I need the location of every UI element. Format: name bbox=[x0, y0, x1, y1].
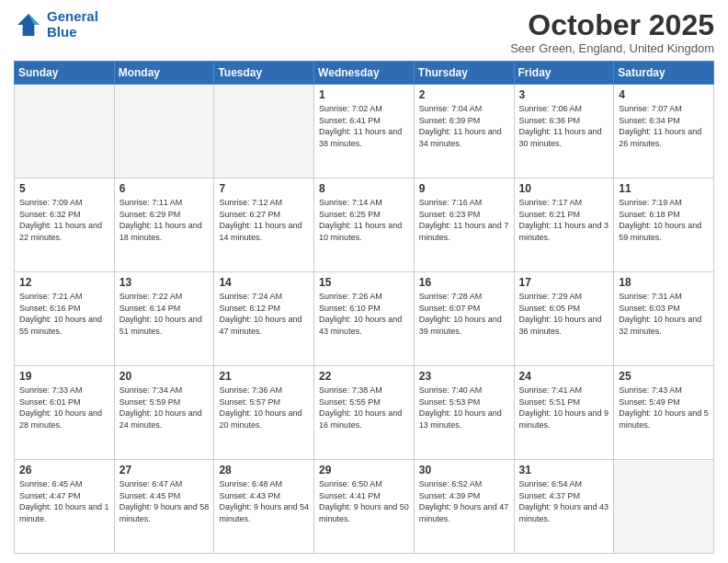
day-number: 9 bbox=[419, 182, 509, 195]
day-number: 23 bbox=[419, 370, 509, 383]
calendar-header-row: SundayMondayTuesdayWednesdayThursdayFrid… bbox=[15, 62, 714, 85]
day-number: 28 bbox=[219, 464, 309, 477]
day-header-friday: Friday bbox=[514, 62, 614, 85]
day-number: 3 bbox=[519, 88, 609, 101]
day-number: 1 bbox=[319, 88, 409, 101]
day-info: Sunrise: 7:29 AMSunset: 6:05 PMDaylight:… bbox=[519, 291, 609, 337]
day-info: Sunrise: 7:41 AMSunset: 5:51 PMDaylight:… bbox=[519, 385, 609, 431]
calendar-cell: 23Sunrise: 7:40 AMSunset: 5:53 PMDayligh… bbox=[414, 366, 514, 460]
day-header-tuesday: Tuesday bbox=[214, 62, 314, 85]
day-number: 25 bbox=[619, 370, 709, 383]
day-info: Sunrise: 7:36 AMSunset: 5:57 PMDaylight:… bbox=[219, 385, 309, 431]
calendar-cell: 4Sunrise: 7:07 AMSunset: 6:34 PMDaylight… bbox=[614, 85, 714, 178]
day-number: 15 bbox=[319, 276, 409, 289]
day-info: Sunrise: 7:12 AMSunset: 6:27 PMDaylight:… bbox=[219, 197, 309, 243]
day-number: 24 bbox=[519, 370, 609, 383]
calendar-week-row: 5Sunrise: 7:09 AMSunset: 6:32 PMDaylight… bbox=[15, 178, 714, 272]
day-info: Sunrise: 7:17 AMSunset: 6:21 PMDaylight:… bbox=[519, 197, 609, 243]
header: General Blue October 2025 Seer Green, En… bbox=[14, 9, 714, 55]
calendar-week-row: 26Sunrise: 6:45 AMSunset: 4:47 PMDayligh… bbox=[15, 460, 714, 554]
calendar-cell: 26Sunrise: 6:45 AMSunset: 4:47 PMDayligh… bbox=[15, 460, 115, 554]
day-number: 26 bbox=[19, 464, 109, 477]
logo-icon bbox=[14, 10, 43, 40]
day-number: 18 bbox=[619, 276, 709, 289]
calendar-cell: 1Sunrise: 7:02 AMSunset: 6:41 PMDaylight… bbox=[314, 85, 415, 178]
day-info: Sunrise: 6:48 AMSunset: 4:43 PMDaylight:… bbox=[219, 478, 309, 524]
calendar-cell: 21Sunrise: 7:36 AMSunset: 5:57 PMDayligh… bbox=[214, 366, 314, 460]
calendar-cell: 25Sunrise: 7:43 AMSunset: 5:49 PMDayligh… bbox=[614, 366, 714, 460]
calendar-cell: 13Sunrise: 7:22 AMSunset: 6:14 PMDayligh… bbox=[114, 272, 214, 366]
day-info: Sunrise: 7:19 AMSunset: 6:18 PMDaylight:… bbox=[619, 197, 709, 243]
day-header-monday: Monday bbox=[114, 62, 214, 85]
calendar-cell: 22Sunrise: 7:38 AMSunset: 5:55 PMDayligh… bbox=[314, 366, 415, 460]
calendar-cell: 6Sunrise: 7:11 AMSunset: 6:29 PMDaylight… bbox=[114, 178, 214, 272]
day-info: Sunrise: 7:38 AMSunset: 5:55 PMDaylight:… bbox=[319, 385, 409, 431]
calendar-cell: 11Sunrise: 7:19 AMSunset: 6:18 PMDayligh… bbox=[614, 178, 714, 272]
day-info: Sunrise: 7:26 AMSunset: 6:10 PMDaylight:… bbox=[319, 291, 409, 337]
day-number: 20 bbox=[119, 370, 210, 383]
calendar-week-row: 12Sunrise: 7:21 AMSunset: 6:16 PMDayligh… bbox=[15, 272, 714, 366]
day-info: Sunrise: 7:24 AMSunset: 6:12 PMDaylight:… bbox=[219, 291, 309, 337]
day-number: 27 bbox=[119, 464, 210, 477]
calendar-cell: 24Sunrise: 7:41 AMSunset: 5:51 PMDayligh… bbox=[514, 366, 614, 460]
day-number: 29 bbox=[319, 464, 409, 477]
day-info: Sunrise: 7:33 AMSunset: 6:01 PMDaylight:… bbox=[19, 385, 109, 431]
day-number: 2 bbox=[419, 88, 509, 101]
calendar-cell: 8Sunrise: 7:14 AMSunset: 6:25 PMDaylight… bbox=[314, 178, 415, 272]
day-info: Sunrise: 6:54 AMSunset: 4:37 PMDaylight:… bbox=[519, 478, 609, 524]
day-info: Sunrise: 7:06 AMSunset: 6:36 PMDaylight:… bbox=[519, 103, 609, 149]
day-number: 12 bbox=[19, 276, 109, 289]
subtitle: Seer Green, England, United Kingdom bbox=[510, 41, 714, 55]
day-header-sunday: Sunday bbox=[15, 62, 115, 85]
day-info: Sunrise: 7:34 AMSunset: 5:59 PMDaylight:… bbox=[119, 385, 210, 431]
day-number: 16 bbox=[419, 276, 509, 289]
day-info: Sunrise: 7:02 AMSunset: 6:41 PMDaylight:… bbox=[319, 103, 409, 149]
day-number: 6 bbox=[119, 182, 210, 195]
day-number: 22 bbox=[319, 370, 409, 383]
day-header-saturday: Saturday bbox=[614, 62, 714, 85]
calendar-cell: 7Sunrise: 7:12 AMSunset: 6:27 PMDaylight… bbox=[214, 178, 314, 272]
day-number: 4 bbox=[619, 88, 709, 101]
page: General Blue October 2025 Seer Green, En… bbox=[0, 0, 728, 563]
calendar-cell: 27Sunrise: 6:47 AMSunset: 4:45 PMDayligh… bbox=[114, 460, 214, 554]
day-number: 14 bbox=[219, 276, 309, 289]
calendar-table: SundayMondayTuesdayWednesdayThursdayFrid… bbox=[14, 61, 714, 554]
calendar-cell: 14Sunrise: 7:24 AMSunset: 6:12 PMDayligh… bbox=[214, 272, 314, 366]
day-header-wednesday: Wednesday bbox=[314, 62, 415, 85]
calendar-cell bbox=[15, 85, 115, 178]
calendar-cell: 28Sunrise: 6:48 AMSunset: 4:43 PMDayligh… bbox=[214, 460, 314, 554]
month-title: October 2025 bbox=[510, 9, 714, 41]
day-info: Sunrise: 6:45 AMSunset: 4:47 PMDaylight:… bbox=[19, 478, 109, 524]
day-info: Sunrise: 7:09 AMSunset: 6:32 PMDaylight:… bbox=[19, 197, 109, 243]
day-info: Sunrise: 7:40 AMSunset: 5:53 PMDaylight:… bbox=[419, 385, 509, 431]
title-area: October 2025 Seer Green, England, United… bbox=[510, 9, 714, 55]
calendar-cell: 18Sunrise: 7:31 AMSunset: 6:03 PMDayligh… bbox=[614, 272, 714, 366]
day-info: Sunrise: 7:43 AMSunset: 5:49 PMDaylight:… bbox=[619, 385, 709, 431]
day-number: 13 bbox=[119, 276, 210, 289]
calendar-cell: 20Sunrise: 7:34 AMSunset: 5:59 PMDayligh… bbox=[114, 366, 214, 460]
day-info: Sunrise: 7:16 AMSunset: 6:23 PMDaylight:… bbox=[419, 197, 509, 243]
day-number: 11 bbox=[619, 182, 709, 195]
calendar-cell: 16Sunrise: 7:28 AMSunset: 6:07 PMDayligh… bbox=[414, 272, 514, 366]
calendar-cell: 2Sunrise: 7:04 AMSunset: 6:39 PMDaylight… bbox=[414, 85, 514, 178]
calendar-cell: 19Sunrise: 7:33 AMSunset: 6:01 PMDayligh… bbox=[15, 366, 115, 460]
calendar-cell: 15Sunrise: 7:26 AMSunset: 6:10 PMDayligh… bbox=[314, 272, 415, 366]
day-info: Sunrise: 7:04 AMSunset: 6:39 PMDaylight:… bbox=[419, 103, 509, 149]
logo-line1: General bbox=[47, 8, 98, 24]
logo: General Blue bbox=[14, 9, 98, 40]
day-number: 8 bbox=[319, 182, 409, 195]
day-info: Sunrise: 7:21 AMSunset: 6:16 PMDaylight:… bbox=[19, 291, 109, 337]
day-number: 19 bbox=[19, 370, 109, 383]
calendar-cell: 30Sunrise: 6:52 AMSunset: 4:39 PMDayligh… bbox=[414, 460, 514, 554]
calendar-cell bbox=[614, 460, 714, 554]
day-number: 5 bbox=[19, 182, 109, 195]
calendar-cell: 31Sunrise: 6:54 AMSunset: 4:37 PMDayligh… bbox=[514, 460, 614, 554]
day-info: Sunrise: 6:50 AMSunset: 4:41 PMDaylight:… bbox=[319, 478, 409, 524]
day-number: 17 bbox=[519, 276, 609, 289]
calendar-cell: 9Sunrise: 7:16 AMSunset: 6:23 PMDaylight… bbox=[414, 178, 514, 272]
day-number: 7 bbox=[219, 182, 309, 195]
calendar-cell: 29Sunrise: 6:50 AMSunset: 4:41 PMDayligh… bbox=[314, 460, 415, 554]
day-info: Sunrise: 7:28 AMSunset: 6:07 PMDaylight:… bbox=[419, 291, 509, 337]
calendar-week-row: 19Sunrise: 7:33 AMSunset: 6:01 PMDayligh… bbox=[15, 366, 714, 460]
day-info: Sunrise: 7:22 AMSunset: 6:14 PMDaylight:… bbox=[119, 291, 210, 337]
